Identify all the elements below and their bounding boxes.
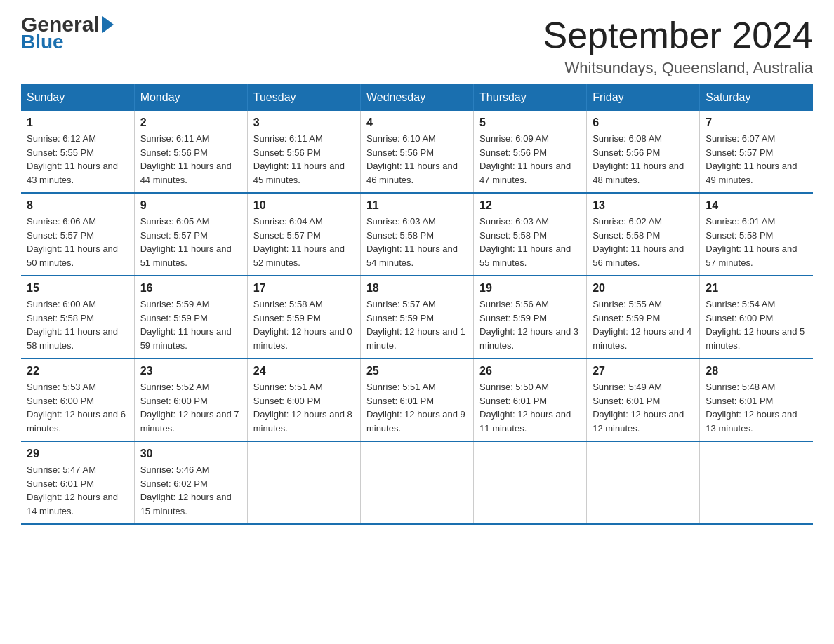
day-info: Sunrise: 6:10 AMSunset: 5:56 PMDaylight:…: [366, 132, 468, 187]
week-row-5: 29 Sunrise: 5:47 AMSunset: 6:01 PMDaylig…: [21, 441, 813, 524]
calendar-cell: 10 Sunrise: 6:04 AMSunset: 5:57 PMDaylig…: [247, 193, 360, 276]
calendar-cell: 20 Sunrise: 5:55 AMSunset: 5:59 PMDaylig…: [587, 276, 700, 358]
calendar-cell: 24 Sunrise: 5:51 AMSunset: 6:00 PMDaylig…: [247, 358, 360, 441]
day-number: 7: [706, 116, 807, 129]
calendar-cell: [360, 441, 473, 524]
day-number: 3: [253, 116, 355, 129]
day-number: 16: [140, 282, 241, 295]
calendar-cell: 30 Sunrise: 5:46 AMSunset: 6:02 PMDaylig…: [134, 441, 247, 524]
day-of-week-friday: Friday: [587, 84, 700, 111]
calendar-cell: 5 Sunrise: 6:09 AMSunset: 5:56 PMDayligh…: [474, 111, 587, 193]
day-number: 18: [366, 282, 468, 295]
day-info: Sunrise: 5:46 AMSunset: 6:02 PMDaylight:…: [140, 463, 241, 518]
calendar-cell: 21 Sunrise: 5:54 AMSunset: 6:00 PMDaylig…: [700, 276, 813, 358]
calendar-cell: 22 Sunrise: 5:53 AMSunset: 6:00 PMDaylig…: [21, 358, 134, 441]
calendar-cell: 8 Sunrise: 6:06 AMSunset: 5:57 PMDayligh…: [21, 193, 134, 276]
day-info: Sunrise: 6:05 AMSunset: 5:57 PMDaylight:…: [140, 215, 241, 269]
calendar-cell: 26 Sunrise: 5:50 AMSunset: 6:01 PMDaylig…: [474, 358, 587, 441]
calendar-cell: 12 Sunrise: 6:03 AMSunset: 5:58 PMDaylig…: [474, 193, 587, 276]
page-title: September 2024: [543, 14, 814, 56]
calendar-cell: 3 Sunrise: 6:11 AMSunset: 5:56 PMDayligh…: [247, 111, 360, 193]
calendar-cell: 19 Sunrise: 5:56 AMSunset: 5:59 PMDaylig…: [474, 276, 587, 358]
day-number: 15: [27, 282, 128, 295]
day-info: Sunrise: 5:54 AMSunset: 6:00 PMDaylight:…: [706, 297, 807, 352]
day-info: Sunrise: 5:51 AMSunset: 6:01 PMDaylight:…: [366, 380, 468, 435]
calendar-cell: 17 Sunrise: 5:58 AMSunset: 5:59 PMDaylig…: [247, 276, 360, 358]
day-of-week-tuesday: Tuesday: [247, 84, 360, 111]
calendar-cell: 2 Sunrise: 6:11 AMSunset: 5:56 PMDayligh…: [134, 111, 247, 193]
calendar-cell: 1 Sunrise: 6:12 AMSunset: 5:55 PMDayligh…: [21, 111, 134, 193]
day-info: Sunrise: 5:58 AMSunset: 5:59 PMDaylight:…: [253, 297, 355, 352]
calendar-cell: 13 Sunrise: 6:02 AMSunset: 5:58 PMDaylig…: [587, 193, 700, 276]
day-number: 22: [27, 365, 128, 377]
day-info: Sunrise: 6:02 AMSunset: 5:58 PMDaylight:…: [593, 215, 694, 269]
calendar-cell: 9 Sunrise: 6:05 AMSunset: 5:57 PMDayligh…: [134, 193, 247, 276]
week-row-4: 22 Sunrise: 5:53 AMSunset: 6:00 PMDaylig…: [21, 358, 813, 441]
day-number: 27: [593, 365, 694, 377]
day-number: 6: [593, 116, 694, 129]
day-info: Sunrise: 5:48 AMSunset: 6:01 PMDaylight:…: [706, 380, 807, 435]
day-number: 14: [706, 199, 807, 212]
day-number: 20: [593, 282, 694, 295]
week-row-3: 15 Sunrise: 6:00 AMSunset: 5:58 PMDaylig…: [21, 276, 813, 358]
day-info: Sunrise: 6:11 AMSunset: 5:56 PMDaylight:…: [140, 132, 241, 187]
calendar-cell: 23 Sunrise: 5:52 AMSunset: 6:00 PMDaylig…: [134, 358, 247, 441]
day-info: Sunrise: 5:56 AMSunset: 5:59 PMDaylight:…: [479, 297, 581, 352]
day-info: Sunrise: 6:01 AMSunset: 5:58 PMDaylight:…: [706, 215, 807, 269]
day-number: 23: [140, 365, 241, 377]
days-of-week-row: SundayMondayTuesdayWednesdayThursdayFrid…: [21, 84, 813, 111]
day-number: 11: [366, 199, 468, 212]
day-info: Sunrise: 6:11 AMSunset: 5:56 PMDaylight:…: [253, 132, 355, 187]
calendar-cell: 18 Sunrise: 5:57 AMSunset: 5:59 PMDaylig…: [360, 276, 473, 358]
calendar-cell: 15 Sunrise: 6:00 AMSunset: 5:58 PMDaylig…: [21, 276, 134, 358]
logo-triangle-icon: [102, 16, 114, 33]
day-number: 13: [593, 199, 694, 212]
week-row-1: 1 Sunrise: 6:12 AMSunset: 5:55 PMDayligh…: [21, 111, 813, 193]
day-number: 4: [366, 116, 468, 129]
day-info: Sunrise: 5:49 AMSunset: 6:01 PMDaylight:…: [593, 380, 694, 435]
calendar-cell: 29 Sunrise: 5:47 AMSunset: 6:01 PMDaylig…: [21, 441, 134, 524]
logo-blue-text: Blue: [21, 32, 114, 52]
calendar-cell: [700, 441, 813, 524]
day-number: 17: [253, 282, 355, 295]
day-number: 26: [479, 365, 581, 377]
day-info: Sunrise: 6:07 AMSunset: 5:57 PMDaylight:…: [706, 132, 807, 187]
calendar-cell: 4 Sunrise: 6:10 AMSunset: 5:56 PMDayligh…: [360, 111, 473, 193]
day-number: 8: [27, 199, 128, 212]
calendar-body: 1 Sunrise: 6:12 AMSunset: 5:55 PMDayligh…: [21, 111, 813, 524]
day-info: Sunrise: 5:50 AMSunset: 6:01 PMDaylight:…: [479, 380, 581, 435]
calendar-cell: [474, 441, 587, 524]
day-number: 9: [140, 199, 241, 212]
day-of-week-monday: Monday: [134, 84, 247, 111]
calendar-cell: 14 Sunrise: 6:01 AMSunset: 5:58 PMDaylig…: [700, 193, 813, 276]
day-info: Sunrise: 6:09 AMSunset: 5:56 PMDaylight:…: [479, 132, 581, 187]
day-info: Sunrise: 6:08 AMSunset: 5:56 PMDaylight:…: [593, 132, 694, 187]
calendar-cell: 6 Sunrise: 6:08 AMSunset: 5:56 PMDayligh…: [587, 111, 700, 193]
day-info: Sunrise: 6:03 AMSunset: 5:58 PMDaylight:…: [366, 215, 468, 269]
day-number: 24: [253, 365, 355, 377]
calendar-cell: [247, 441, 360, 524]
calendar-cell: 16 Sunrise: 5:59 AMSunset: 5:59 PMDaylig…: [134, 276, 247, 358]
day-of-week-saturday: Saturday: [700, 84, 813, 111]
calendar-header: SundayMondayTuesdayWednesdayThursdayFrid…: [21, 84, 813, 111]
calendar-cell: [587, 441, 700, 524]
day-info: Sunrise: 6:04 AMSunset: 5:57 PMDaylight:…: [253, 215, 355, 269]
calendar-cell: 7 Sunrise: 6:07 AMSunset: 5:57 PMDayligh…: [700, 111, 813, 193]
day-of-week-sunday: Sunday: [21, 84, 134, 111]
week-row-2: 8 Sunrise: 6:06 AMSunset: 5:57 PMDayligh…: [21, 193, 813, 276]
logo: General Blue: [21, 14, 114, 52]
day-info: Sunrise: 5:55 AMSunset: 5:59 PMDaylight:…: [593, 297, 694, 352]
day-info: Sunrise: 6:00 AMSunset: 5:58 PMDaylight:…: [27, 297, 128, 352]
day-number: 5: [479, 116, 581, 129]
calendar-cell: 28 Sunrise: 5:48 AMSunset: 6:01 PMDaylig…: [700, 358, 813, 441]
day-number: 25: [366, 365, 468, 377]
day-of-week-thursday: Thursday: [474, 84, 587, 111]
day-info: Sunrise: 6:12 AMSunset: 5:55 PMDaylight:…: [27, 132, 128, 187]
day-info: Sunrise: 5:53 AMSunset: 6:00 PMDaylight:…: [27, 380, 128, 435]
day-info: Sunrise: 6:06 AMSunset: 5:57 PMDaylight:…: [27, 215, 128, 269]
day-number: 29: [27, 448, 128, 460]
day-info: Sunrise: 5:51 AMSunset: 6:00 PMDaylight:…: [253, 380, 355, 435]
day-number: 28: [706, 365, 807, 377]
page-header: General Blue September 2024 Whitsundays,…: [21, 14, 813, 77]
day-number: 19: [479, 282, 581, 295]
